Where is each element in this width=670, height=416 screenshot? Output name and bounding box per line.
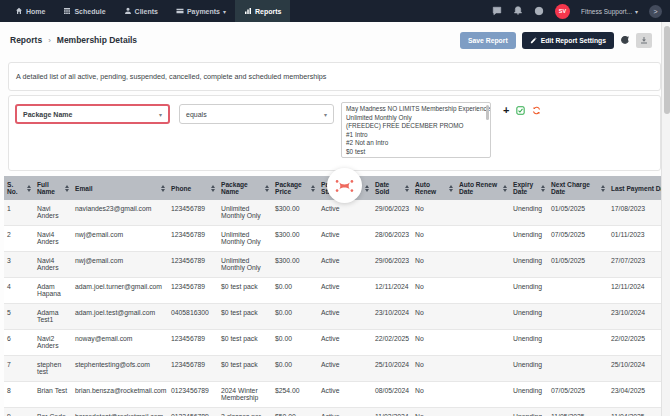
loading-spinner — [327, 168, 362, 203]
cell-full-name: Navi Anders — [34, 200, 72, 226]
cell-email: naviandes23@gmail.com — [72, 200, 168, 226]
main-menu: HomeScheduleClientsPayments▾Reports — [0, 0, 290, 22]
cell-expiry-date: Unending — [510, 408, 548, 416]
cell-next-charge-date — [548, 304, 608, 330]
sort-icon[interactable] — [27, 185, 31, 192]
table-row[interactable]: 9Bar Code Testbarcodetest@rocketmail.com… — [4, 408, 661, 416]
table-row[interactable]: 3Navi4 Andersnwj@email.com123456789Unlim… — [4, 252, 661, 278]
cell-date-sold: 25/10/2024 — [372, 356, 412, 382]
filter-option[interactable]: May Madness NO LIMITS Membership Experie… — [346, 105, 482, 114]
filter-operator-select[interactable]: equals ▾ — [179, 104, 334, 124]
column-header-email[interactable]: Email — [72, 176, 168, 200]
table-row[interactable]: 2Navi4 Andersnwj@email.com123456789Unlim… — [4, 226, 661, 252]
cell-last-payment-date: 23/04/2025 — [608, 382, 661, 408]
nav-item-clients[interactable]: Clients — [115, 0, 167, 22]
nav-item-home[interactable]: Home — [6, 0, 54, 22]
filter-option[interactable]: $0 test — [346, 148, 482, 157]
cell-package-status: Active — [318, 278, 372, 304]
column-header-next-charge-date[interactable]: Next Charge Date — [548, 176, 608, 200]
home-icon — [15, 7, 23, 15]
nav-item-payments[interactable]: Payments▾ — [167, 0, 235, 22]
cell-next-charge-date: 11/05/2025 — [548, 408, 608, 416]
column-header-phone[interactable]: Phone — [168, 176, 218, 200]
expand-arrow-button[interactable]: > — [649, 5, 662, 18]
sort-icon[interactable] — [365, 185, 369, 192]
filter-option[interactable]: #2 Not an Intro — [346, 139, 482, 148]
cell-package-status: Active — [318, 356, 372, 382]
sort-icon[interactable] — [449, 185, 453, 192]
filter-field-select[interactable]: Package Name ▾ — [15, 104, 170, 124]
breadcrumb-reports[interactable]: Reports — [10, 35, 42, 45]
page-scrollbar[interactable] — [661, 22, 670, 416]
cell-auto-renew: No — [412, 252, 456, 278]
filter-values-listbox[interactable]: May Madness NO LIMITS Membership Experie… — [341, 102, 491, 158]
filter-option[interactable]: (FREEDEC) FREE DECEMBER PROMO — [346, 122, 482, 131]
cell-next-charge-date — [548, 330, 608, 356]
nav-item-reports[interactable]: Reports — [235, 0, 290, 22]
cell-email: brian.bensza@rocketmail.com — [72, 382, 168, 408]
table-row[interactable]: 8Brian Testbrian.bensza@rocketmail.com01… — [4, 382, 661, 408]
cell-package-price: $300.00 — [272, 252, 318, 278]
save-report-button[interactable]: Save Report — [460, 32, 516, 49]
table-row[interactable]: 1Navi Andersnaviandes23@gmail.com1234567… — [4, 200, 661, 226]
column-header-s-no[interactable]: S. No. — [4, 176, 34, 200]
cell-package-price: $0.00 — [272, 356, 318, 382]
chevron-down-icon: ▾ — [159, 111, 162, 118]
sort-icon[interactable] — [405, 185, 409, 192]
cell-next-charge-date: 07/05/2025 — [548, 382, 608, 408]
cell-phone: 123456789 — [168, 330, 218, 356]
sort-icon[interactable] — [211, 185, 215, 192]
clients-icon — [124, 7, 132, 15]
filter-option[interactable]: #1 Intro — [346, 131, 482, 140]
sort-icon[interactable] — [311, 185, 315, 192]
refresh-report-button[interactable] — [620, 35, 630, 45]
column-header-full-name[interactable]: Full Name — [34, 176, 72, 200]
download-report-button[interactable] — [636, 33, 652, 48]
cell-auto-renew: No — [412, 330, 456, 356]
clock-icon[interactable] — [534, 2, 544, 20]
sort-icon[interactable] — [161, 185, 165, 192]
nav-item-schedule[interactable]: Schedule — [54, 0, 114, 22]
cell-package-status: Active — [318, 408, 372, 416]
add-filter-icon[interactable]: + — [503, 105, 509, 115]
cell-email: noway@email.com — [72, 330, 168, 356]
column-header-package-name[interactable]: Package Name — [218, 176, 272, 200]
listbox-scrollbar[interactable] — [486, 105, 489, 120]
cell-package-status: Active — [318, 330, 372, 356]
cell-auto-renew-date — [456, 330, 510, 356]
sort-icon[interactable] — [503, 185, 507, 192]
chat-icon[interactable] — [492, 2, 502, 20]
sort-icon[interactable] — [541, 185, 545, 192]
notifications-bell-icon[interactable] — [513, 2, 523, 20]
cell-package-name: $0 test pack — [218, 304, 272, 330]
column-header-expiry-date[interactable]: Expiry Date — [510, 176, 548, 200]
sort-icon[interactable] — [265, 185, 269, 192]
table-row[interactable]: 7stephen teststephentesting@ofs.com12345… — [4, 356, 661, 382]
cell-package-price: $254.00 — [272, 382, 318, 408]
filter-option[interactable]: Unlimited Monthly Only — [346, 114, 482, 123]
column-header-auto-renew-date[interactable]: Auto Renew Date — [456, 176, 510, 200]
apply-filter-check-icon[interactable] — [516, 106, 525, 115]
cell-auto-renew: No — [412, 304, 456, 330]
table-row[interactable]: 6Navi2 Andersnoway@email.com123456789$0 … — [4, 330, 661, 356]
table-row[interactable]: 5Adama Test1adam.joel.test@gmail.com0405… — [4, 304, 661, 330]
cell-last-payment-date: 25/10/2024 — [608, 356, 661, 382]
sort-icon[interactable] — [601, 185, 605, 192]
table-row[interactable]: 4Adam Hapanaadam.joel.turner@gmail.com12… — [4, 278, 661, 304]
page-scrollbar-thumb[interactable] — [664, 26, 670, 114]
payments-icon — [176, 7, 184, 15]
column-header-auto-renew[interactable]: Auto Renew — [412, 176, 456, 200]
cell-auto-renew-date — [456, 304, 510, 330]
cell-expiry-date: Unending — [510, 382, 548, 408]
cell-s-no: 4 — [4, 278, 34, 304]
sort-icon[interactable] — [65, 185, 69, 192]
avatar[interactable]: SV — [555, 4, 570, 19]
reset-filter-refresh-icon[interactable] — [532, 106, 541, 115]
chevron-down-icon: ▾ — [223, 8, 226, 15]
account-menu[interactable]: Fitness Support... ▾ — [581, 8, 638, 15]
column-header-date-sold[interactable]: Date Sold — [372, 176, 412, 200]
edit-report-settings-button[interactable]: Edit Report Settings — [522, 32, 614, 49]
column-header-last-payment-date[interactable]: Last Payment Date — [608, 176, 661, 200]
page-title: Membership Details — [57, 35, 137, 45]
column-header-package-price[interactable]: Package Price — [272, 176, 318, 200]
